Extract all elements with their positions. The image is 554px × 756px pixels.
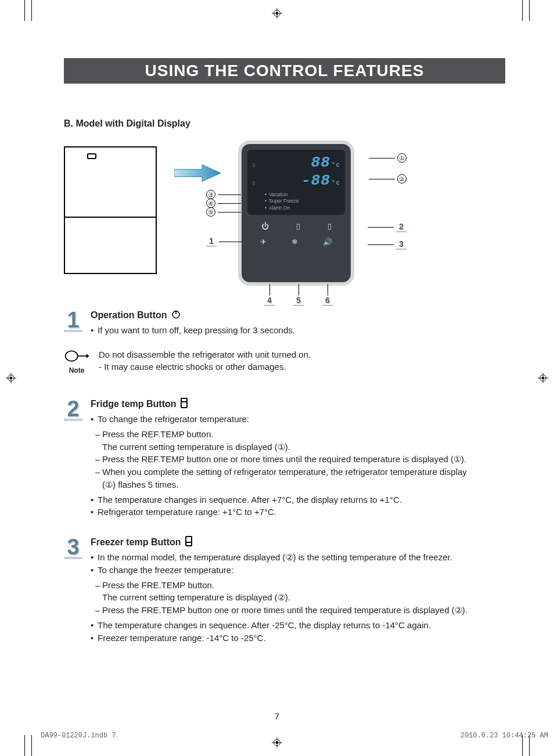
status-superfreeze: Super Freeze [265,198,340,204]
section2-s1a: Press the REF.TEMP button. [95,428,467,441]
callout-circ-3: ③ [206,190,215,199]
section2-b2: The temperature changes in sequence. Aft… [91,494,467,506]
step-number-2: 2 [64,398,82,421]
section-subhead: B. Model with Digital Display [64,118,505,129]
step-number-1: 1 [64,309,82,332]
snowflake-icon: ❄ [292,237,298,246]
note-hand-icon [64,348,89,365]
svg-rect-20 [181,398,187,408]
section3-b1: In the normal model, the temperature dis… [91,551,467,564]
status-vacation: Vacation [265,192,340,198]
footer-stamp: 2010.6.23 10:44:25 AM [461,732,548,740]
section2-b1: To change the refrigerator temperature: [91,413,467,426]
fridge-outline-illustration [64,146,157,274]
status-alarm: Alarm On [265,205,340,211]
callout-circ-5: ⑤ [206,207,215,217]
page-title: USING THE CONTROL FEATURES [64,58,505,84]
note-line2: - It may cause electric shocks or other … [99,361,311,373]
control-panel-illustration: ▯88°c ▯-88°c Vacation Super Freeze Alarm… [238,141,372,286]
power-icon: ⏻ [261,222,269,231]
callout-box-2: 2 [396,222,406,232]
section2-s3a: When you complete the setting of refrige… [95,466,467,478]
diagram-row: ▯88°c ▯-88°c Vacation Super Freeze Alarm… [64,141,505,286]
registration-mark-icon [6,373,16,383]
callout-circ-2: ② [397,174,406,183]
note-block: Note Do not disassemble the refrigerator… [64,348,505,375]
registration-mark-icon [272,8,282,19]
note-label: Note [69,366,85,375]
section2-s2: Press the REF.TEMP button one or more ti… [95,453,467,466]
freezer-temp-readout: -88 [301,172,330,189]
registration-mark-icon [538,373,548,383]
section-freezer-temp: 3 Freezer temp Button In the normal mode… [64,536,505,644]
footer-file: DA99-01220J.indb 7 [41,732,116,740]
freezer-icon: ▯ [328,222,332,231]
section2-s3b: (①) flashes 5 times. [95,478,467,491]
section1-bullet: If you want to turn off, keep pressing f… [91,324,295,337]
callout-box-5: 5 [293,296,304,306]
section2-b3: Refrigerator temperature range: +1°C to … [91,506,467,519]
step-number-3: 3 [64,536,82,559]
section3-title: Freezer temp Button [91,537,181,548]
page-number: 7 [0,711,554,721]
section3-b3: The temperature changes in sequence. Aft… [91,619,467,632]
section3-s2: Press the FRE.TEMP button one or more ti… [95,604,467,617]
callout-box-3: 3 [396,239,406,250]
svg-marker-16 [174,165,221,182]
vacation-icon: ✈ [260,237,267,246]
svg-rect-22 [186,537,192,546]
section2-s1b: The current setting temperature is displ… [95,441,467,453]
section1-title: Operation Button [91,310,167,321]
fridge-icon [180,398,188,411]
alarm-icon: 🔊 [323,237,332,246]
callout-box-1: 1 [206,236,217,247]
callout-circ-1: ① [397,153,406,163]
svg-point-19 [66,351,78,361]
section-fridge-temp: 2 Fridge temp Button To change the refri… [64,398,505,519]
arrow-right-icon [174,164,221,184]
note-line1: Do not disassemble the refrigerator with… [99,348,311,361]
callout-box-4: 4 [264,296,275,306]
section2-title: Fridge temp Button [91,399,177,409]
callout-box-6: 6 [322,296,333,306]
section3-s1a: Press the FRE.TEMP button. [95,579,467,592]
section3-s1b: The current setting temperature is displ… [95,591,467,604]
power-icon [171,309,181,322]
callout-circ-4: ④ [206,199,215,208]
freezer-icon [185,536,193,549]
fridge-temp-readout: 88 [311,154,330,171]
section3-b2: To change the freezer temperature: [91,564,467,577]
section3-b4: Freezer temperature range: -14°C to -25°… [91,632,467,645]
fridge-icon: ▯ [296,222,300,231]
section-operation-button: 1 Operation Button If you want to turn o… [64,309,505,337]
